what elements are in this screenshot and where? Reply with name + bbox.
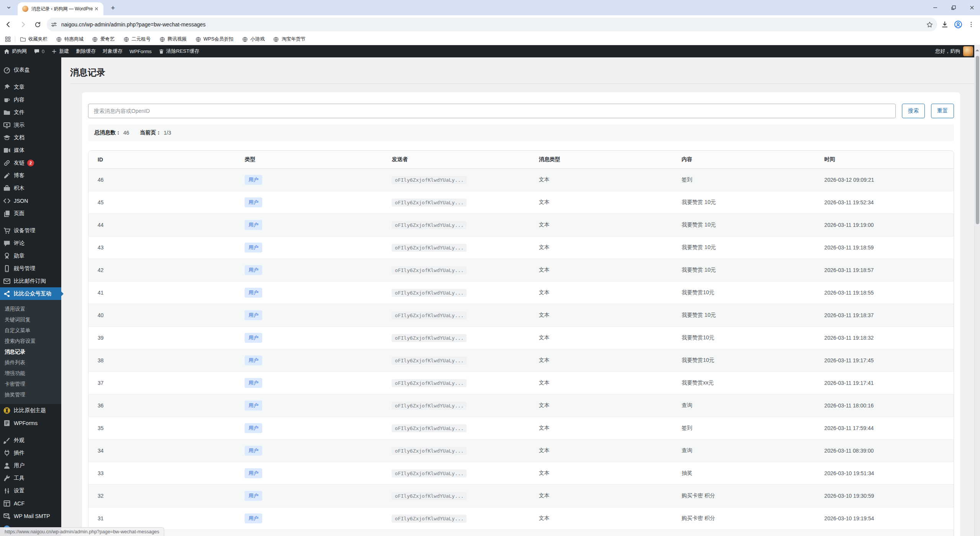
submenu-item-卡密管理[interactable]: 卡密管理 bbox=[0, 379, 61, 389]
sidebar-item-设备管理[interactable]: 设备管理 bbox=[0, 224, 61, 237]
sidebar-item-文章[interactable]: 文章 bbox=[0, 81, 61, 93]
sidebar-item-演示[interactable]: 演示 bbox=[0, 119, 61, 131]
sidebar-item-友链[interactable]: 友链2 bbox=[0, 156, 61, 169]
site-settings-icon[interactable] bbox=[51, 21, 57, 28]
bookmark-label: 淘宝年货节 bbox=[281, 36, 305, 42]
column-header: 消息类型 bbox=[530, 151, 673, 169]
submenu-item-关键词回复[interactable]: 关键词回复 bbox=[0, 314, 61, 325]
forward-icon[interactable] bbox=[17, 18, 29, 31]
user-icon bbox=[3, 462, 11, 469]
comment-icon bbox=[3, 239, 11, 247]
new-tab-button[interactable]: + bbox=[108, 3, 118, 13]
url-text[interactable]: naigou.cn/wp-admin/admin.php?page=bw-wec… bbox=[61, 21, 926, 28]
sidebar-item-ACF[interactable]: ACF bbox=[0, 497, 61, 510]
avatar[interactable] bbox=[963, 46, 973, 56]
adminbar-site-link[interactable]: 奶狗网 bbox=[0, 45, 30, 57]
cell-sender: oFIly6ZxjofKlwdYUaLy... bbox=[382, 236, 529, 259]
sidebar-submenu: 通用设置关键词回复自定义菜单搜索内容设置消息记录插件列表增强功能卡密管理抽奖管理 bbox=[0, 300, 61, 404]
cell-time: 2026-03-11 19:18:37 bbox=[815, 304, 954, 326]
back-icon[interactable] bbox=[2, 18, 15, 31]
submenu-item-自定义菜单[interactable]: 自定义菜单 bbox=[0, 325, 61, 336]
sidebar-item-label: 比比原创主题 bbox=[14, 407, 46, 414]
table-row: 31用户oFIly6ZxjofKlwdYUaLy...文本购买卡密 积分2026… bbox=[88, 507, 954, 529]
adminbar-delete-cache[interactable]: 删除缓存 bbox=[72, 45, 99, 57]
sidebar-item-用户[interactable]: 用户 bbox=[0, 459, 61, 472]
adminbar-new-button[interactable]: 新建 bbox=[48, 45, 72, 57]
sidebar-item-博客[interactable]: 博客 bbox=[0, 169, 61, 182]
sidebar-item-WP Mail SMTP[interactable]: WP Mail SMTP bbox=[0, 510, 61, 522]
downloads-icon[interactable] bbox=[941, 21, 949, 28]
sidebar-item-积木[interactable]: 积木 bbox=[0, 182, 61, 194]
sidebar-item-WPForms[interactable]: WPForms bbox=[0, 417, 61, 429]
sidebar-item-JSON[interactable]: JSON bbox=[0, 194, 61, 207]
browser-tab[interactable]: 消息记录 ‹ 奶狗网 — WordPre bbox=[18, 2, 103, 15]
window-close-icon[interactable] bbox=[966, 3, 978, 12]
sidebar-item-仪表盘[interactable]: 仪表盘 bbox=[0, 64, 61, 76]
globe-icon bbox=[123, 36, 129, 42]
sidebar-item-内容[interactable]: 内容 bbox=[0, 93, 61, 106]
browser-scrollbar[interactable] bbox=[974, 45, 980, 536]
profile-icon[interactable] bbox=[954, 20, 962, 29]
sidebar-item-设置[interactable]: 设置 bbox=[0, 484, 61, 497]
cell-sender: oFIly6ZxjofKlwdYUaLy... bbox=[382, 213, 529, 236]
table-row: 35用户oFIly6ZxjofKlwdYUaLy...文本签到2026-03-1… bbox=[88, 417, 954, 439]
bookmark-item[interactable]: 爱奇艺 bbox=[92, 36, 115, 42]
scroll-up-icon[interactable] bbox=[975, 47, 979, 51]
bookmark-item[interactable]: 特惠商城 bbox=[56, 36, 83, 42]
submenu-item-搜索内容设置[interactable]: 搜索内容设置 bbox=[0, 336, 61, 347]
link-icon bbox=[3, 159, 11, 167]
tab-close-icon[interactable] bbox=[93, 6, 100, 12]
submenu-item-消息记录[interactable]: 消息记录 bbox=[0, 347, 61, 357]
sidebar-item-插件[interactable]: 插件 bbox=[0, 446, 61, 459]
cell-id: 37 bbox=[88, 371, 235, 394]
adminbar-greeting[interactable]: 您好，奶狗 bbox=[935, 48, 960, 55]
search-input[interactable] bbox=[88, 104, 896, 118]
adminbar-clear-rest-cache[interactable]: 清除REST缓存 bbox=[155, 45, 203, 57]
sidebar-item-比比公众号互动[interactable]: 比比公众号互动 bbox=[0, 287, 61, 300]
sidebar-item-媒体[interactable]: 媒体 bbox=[0, 144, 61, 156]
sidebar-item-勋章[interactable]: 勋章 bbox=[0, 249, 61, 262]
window-minimize-icon[interactable] bbox=[929, 3, 941, 12]
table-row: 45用户oFIly6ZxjofKlwdYUaLy...文本我要赞赏 10元202… bbox=[88, 191, 954, 213]
sidebar-item-比比原创主题[interactable]: 比比原创主题 bbox=[0, 404, 61, 417]
type-badge: 用户 bbox=[245, 513, 262, 523]
sidebar-item-外观[interactable]: 外观 bbox=[0, 434, 61, 446]
bookmark-item[interactable]: 淘宝年货节 bbox=[273, 36, 305, 42]
type-badge: 用户 bbox=[245, 355, 262, 365]
submenu-item-通用设置[interactable]: 通用设置 bbox=[0, 304, 61, 314]
bookmark-item[interactable]: 小游戏 bbox=[242, 36, 265, 42]
sidebar-item-文档[interactable]: 文档 bbox=[0, 131, 61, 144]
sender-openid: oFIly6ZxjofKlwdYUaLy... bbox=[392, 447, 467, 455]
adminbar-comments[interactable]: 0 bbox=[30, 45, 48, 57]
adminbar-object-cache[interactable]: 对象缓存 bbox=[99, 45, 126, 57]
bookmark-star-icon[interactable] bbox=[926, 21, 933, 28]
tab-search-chevron-icon[interactable] bbox=[3, 2, 15, 13]
bookmark-item[interactable]: 收藏夹栏 bbox=[20, 36, 47, 42]
sender-openid: oFIly6ZxjofKlwdYUaLy... bbox=[392, 176, 467, 184]
submenu-item-增强功能[interactable]: 增强功能 bbox=[0, 368, 61, 379]
search-button[interactable]: 搜索 bbox=[902, 104, 925, 118]
apps-grid-icon[interactable] bbox=[5, 36, 11, 42]
reset-button[interactable]: 重置 bbox=[931, 104, 954, 118]
window-restore-icon[interactable] bbox=[948, 3, 959, 12]
menu-dots-icon[interactable] bbox=[968, 21, 975, 28]
dashboard-icon bbox=[3, 66, 11, 74]
address-bar[interactable]: naigou.cn/wp-admin/admin.php?page=bw-wec… bbox=[47, 18, 937, 31]
scrollbar-thumb[interactable] bbox=[976, 56, 979, 224]
sidebar-item-比比邮件订阅[interactable]: 比比邮件订阅 bbox=[0, 275, 61, 287]
bookmark-item[interactable]: WPS会员折扣 bbox=[195, 36, 234, 42]
sidebar-item-文件[interactable]: 文件 bbox=[0, 106, 61, 119]
reload-icon[interactable] bbox=[31, 18, 44, 31]
submenu-item-抽奖管理[interactable]: 抽奖管理 bbox=[0, 389, 61, 400]
cell-content: 查询 bbox=[672, 394, 815, 417]
sidebar-item-靓号管理[interactable]: 靓号管理 bbox=[0, 262, 61, 275]
adminbar-wpforms[interactable]: WPForms bbox=[126, 45, 155, 57]
submenu-item-插件列表[interactable]: 插件列表 bbox=[0, 357, 61, 368]
cell-sender: oFIly6ZxjofKlwdYUaLy... bbox=[382, 326, 529, 349]
sidebar-item-页面[interactable]: 页面 bbox=[0, 207, 61, 220]
bookmark-item[interactable]: 二元租号 bbox=[123, 36, 151, 42]
bookmark-item[interactable]: 腾讯视频 bbox=[159, 36, 187, 42]
sidebar-item-工具[interactable]: 工具 bbox=[0, 472, 61, 484]
sidebar-item-评论[interactable]: 评论 bbox=[0, 237, 61, 249]
cell-msg-type: 文本 bbox=[530, 169, 673, 191]
